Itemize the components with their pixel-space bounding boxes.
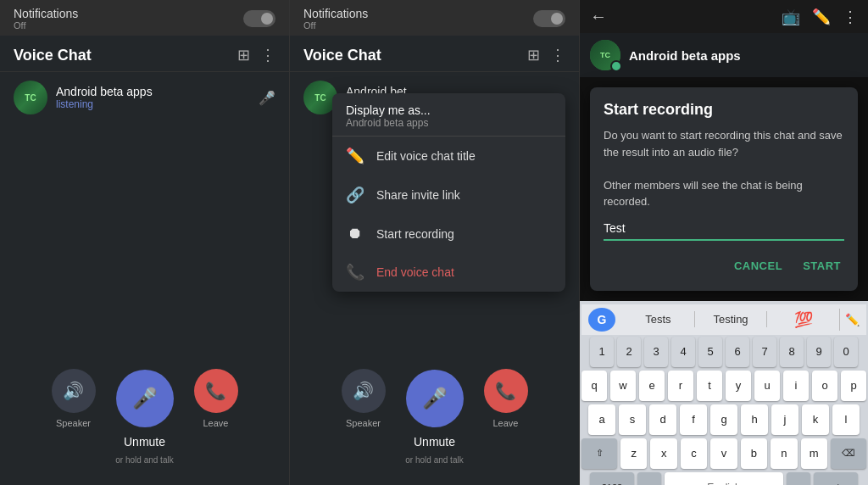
key-k[interactable]: k [802, 404, 829, 435]
menu-item-share-label: Share invite link [376, 188, 460, 202]
vc-header-icons-1: ⊞ ⋮ [237, 46, 275, 64]
grammarly-icon: G [588, 308, 615, 332]
context-menu: Display me as... Android beta apps ✏️ Ed… [332, 93, 565, 292]
menu-item-end[interactable]: 📞 End voice chat [332, 253, 565, 292]
return-key[interactable]: ↵ [814, 472, 858, 486]
shift-key[interactable]: ⇧ [581, 438, 617, 469]
key-q[interactable]: q [581, 371, 607, 401]
key-o[interactable]: o [812, 371, 837, 401]
mute-btn-1[interactable]: 🎤 [116, 370, 174, 427]
recording-name-input[interactable] [604, 221, 844, 235]
key-y[interactable]: y [726, 371, 751, 401]
leave-circle-2: 📞 [484, 369, 528, 413]
more-options-icon[interactable]: ⋮ [260, 46, 275, 64]
mute-circle-1: 🎤 [116, 370, 174, 427]
online-badge [610, 60, 622, 72]
key-9[interactable]: 9 [807, 337, 831, 367]
record-icon: ⏺ [346, 225, 364, 242]
cancel-button[interactable]: CANCEL [731, 254, 786, 277]
notif-title-1: Notifications [14, 7, 78, 20]
kb-row-3: ⇧ z x c v b n m ⌫ [581, 438, 866, 469]
key-a[interactable]: a [588, 404, 615, 435]
dialog-actions: CANCEL START [604, 254, 844, 277]
kb-bottom-row: ?123 , English . ↵ [581, 472, 866, 486]
menu-item-share[interactable]: 🔗 Share invite link [332, 176, 565, 215]
leave-btn-2[interactable]: 📞 Leave [484, 369, 528, 428]
key-2[interactable]: 2 [617, 337, 641, 367]
key-v[interactable]: v [710, 438, 737, 469]
key-d[interactable]: d [649, 404, 676, 435]
key-n[interactable]: n [771, 438, 797, 469]
back-icon[interactable]: ← [590, 7, 607, 26]
suggest-3[interactable]: 💯 [767, 309, 840, 331]
add-user-icon[interactable]: ⊞ [237, 46, 250, 64]
key-i[interactable]: i [783, 371, 809, 401]
leave-label-1: Leave [203, 418, 229, 428]
more-options-icon-2[interactable]: ⋮ [550, 46, 565, 64]
key-g[interactable]: g [710, 404, 737, 435]
key-r[interactable]: r [668, 371, 693, 401]
key-u[interactable]: u [754, 371, 780, 401]
key-z[interactable]: z [620, 438, 647, 469]
key-l[interactable]: l [832, 404, 860, 435]
key-1[interactable]: 1 [590, 337, 614, 367]
backspace-key[interactable]: ⌫ [831, 438, 866, 469]
key-p[interactable]: p [841, 371, 866, 401]
key-s[interactable]: s [619, 404, 646, 435]
add-user-icon-2[interactable]: ⊞ [527, 46, 540, 64]
hold-text-2: or hold and talk [405, 455, 463, 465]
member-name-1: Android beta apps [56, 85, 250, 98]
key-3[interactable]: 3 [644, 337, 668, 367]
symbols-key[interactable]: ?123 [590, 472, 634, 486]
suggest-2[interactable]: Testing [695, 311, 768, 327]
speaker-circle-2: 🔊 [342, 369, 386, 413]
leave-btn-1[interactable]: 📞 Leave [194, 369, 238, 428]
key-m[interactable]: m [801, 438, 827, 469]
key-4[interactable]: 4 [671, 337, 695, 367]
key-5[interactable]: 5 [698, 337, 722, 367]
key-8[interactable]: 8 [780, 337, 804, 367]
edit-icon-top[interactable]: ✏️ [812, 8, 831, 26]
mute-icon-1: 🎤 [259, 90, 275, 106]
leave-circle-1: 📞 [194, 369, 238, 413]
member-row-1: TC Android beta apps listening 🎤 [0, 72, 289, 123]
p3-chat-name: Android beta apps [629, 48, 741, 63]
key-0[interactable]: 0 [834, 337, 858, 367]
display-as-sub: Android beta apps [346, 117, 552, 129]
menu-item-record[interactable]: ⏺ Start recording [332, 215, 565, 253]
vc-title-1: Voice Chat [14, 47, 92, 64]
start-button[interactable]: START [799, 254, 844, 277]
key-b[interactable]: b [741, 438, 767, 469]
notif-toggle-1[interactable] [243, 10, 275, 27]
key-w[interactable]: w [610, 371, 636, 401]
controls-row-1: 🔊 Speaker 🎤 📞 Leave [52, 369, 238, 428]
mute-btn-2[interactable]: 🎤 [406, 370, 464, 427]
period-key[interactable]: . [787, 472, 810, 486]
key-x[interactable]: x [650, 438, 676, 469]
key-t[interactable]: t [697, 371, 722, 401]
dialog-body-text-2: Other members will see the chat is being… [604, 179, 803, 209]
suggest-1[interactable]: Tests [622, 311, 695, 327]
key-c[interactable]: c [681, 438, 707, 469]
key-6[interactable]: 6 [726, 337, 749, 367]
speaker-btn-2[interactable]: 🔊 Speaker [342, 369, 386, 428]
notif-toggle-2[interactable] [533, 10, 565, 27]
key-7[interactable]: 7 [753, 337, 776, 367]
speaker-circle-1: 🔊 [52, 369, 96, 413]
space-key[interactable]: English [665, 472, 783, 486]
speaker-btn-1[interactable]: 🔊 Speaker [52, 369, 96, 428]
key-e[interactable]: e [639, 371, 665, 401]
keyboard-area: G Tests Testing 💯 ✏️ 1 2 3 4 5 6 7 8 9 0… [580, 301, 868, 486]
pencil-icon: ✏️ [845, 313, 860, 326]
vc-header-1: Voice Chat ⊞ ⋮ [0, 36, 289, 72]
unmute-text-1: Unmute [124, 435, 165, 449]
key-j[interactable]: j [771, 404, 798, 435]
key-h[interactable]: h [741, 404, 768, 435]
dialog-input-area[interactable] [604, 220, 844, 241]
menu-item-edit[interactable]: ✏️ Edit voice chat title [332, 137, 565, 176]
key-f[interactable]: f [680, 404, 707, 435]
more-icon-top[interactable]: ⋮ [843, 8, 858, 26]
end-call-icon: 📞 [346, 263, 364, 282]
comma-key[interactable]: , [637, 472, 661, 486]
share-icon: 🔗 [346, 186, 364, 204]
